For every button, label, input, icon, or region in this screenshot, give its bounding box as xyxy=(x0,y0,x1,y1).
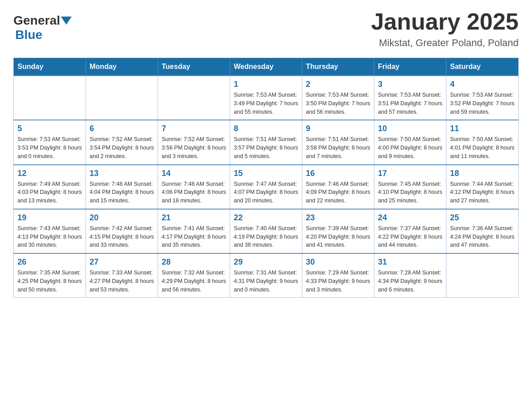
day-info: Sunrise: 7:52 AM Sunset: 3:56 PM Dayligh… xyxy=(162,135,226,160)
day-number: 16 xyxy=(306,169,370,178)
day-info: Sunrise: 7:51 AM Sunset: 3:57 PM Dayligh… xyxy=(234,135,298,160)
calendar-cell: 19Sunrise: 7:43 AM Sunset: 4:13 PM Dayli… xyxy=(14,209,86,253)
calendar-table: SundayMondayTuesdayWednesdayThursdayFrid… xyxy=(13,58,519,298)
day-info: Sunrise: 7:47 AM Sunset: 4:07 PM Dayligh… xyxy=(234,180,298,205)
day-number: 19 xyxy=(17,213,82,223)
day-info: Sunrise: 7:48 AM Sunset: 4:06 PM Dayligh… xyxy=(162,180,226,205)
calendar-cell: 5Sunrise: 7:53 AM Sunset: 3:53 PM Daylig… xyxy=(14,120,86,164)
calendar-cell: 4Sunrise: 7:53 AM Sunset: 3:52 PM Daylig… xyxy=(446,76,519,120)
calendar-cell: 7Sunrise: 7:52 AM Sunset: 3:56 PM Daylig… xyxy=(158,120,230,164)
header: General Blue January 2025 Mikstat, Great… xyxy=(13,9,519,49)
day-number: 29 xyxy=(234,257,298,267)
calendar-cell xyxy=(158,76,230,120)
day-number: 25 xyxy=(450,213,515,223)
day-number: 14 xyxy=(162,169,226,178)
calendar-cell: 23Sunrise: 7:39 AM Sunset: 4:20 PM Dayli… xyxy=(302,209,374,253)
calendar-cell: 15Sunrise: 7:47 AM Sunset: 4:07 PM Dayli… xyxy=(230,165,302,209)
day-number: 15 xyxy=(234,169,298,178)
day-info: Sunrise: 7:49 AM Sunset: 4:03 PM Dayligh… xyxy=(17,180,82,205)
day-number: 26 xyxy=(17,257,82,267)
logo-blue-text: Blue xyxy=(15,28,43,42)
day-number: 10 xyxy=(378,124,442,133)
calendar-cell: 11Sunrise: 7:50 AM Sunset: 4:01 PM Dayli… xyxy=(446,120,519,164)
day-number: 20 xyxy=(90,213,154,223)
calendar-week-row: 19Sunrise: 7:43 AM Sunset: 4:13 PM Dayli… xyxy=(14,209,519,253)
calendar-week-row: 5Sunrise: 7:53 AM Sunset: 3:53 PM Daylig… xyxy=(14,120,519,164)
day-info: Sunrise: 7:39 AM Sunset: 4:20 PM Dayligh… xyxy=(306,224,370,249)
calendar-cell xyxy=(446,253,519,298)
calendar-header-sunday: Sunday xyxy=(14,58,86,76)
calendar-cell: 16Sunrise: 7:46 AM Sunset: 4:09 PM Dayli… xyxy=(302,165,374,209)
calendar-week-row: 26Sunrise: 7:35 AM Sunset: 4:25 PM Dayli… xyxy=(14,253,519,298)
logo: General Blue xyxy=(13,13,73,42)
day-number: 1 xyxy=(234,80,298,89)
calendar-cell: 14Sunrise: 7:48 AM Sunset: 4:06 PM Dayli… xyxy=(158,165,230,209)
calendar-cell xyxy=(86,76,158,120)
day-number: 23 xyxy=(306,213,370,223)
page-subtitle: Mikstat, Greater Poland, Poland xyxy=(371,37,519,49)
day-number: 13 xyxy=(90,169,154,178)
day-info: Sunrise: 7:28 AM Sunset: 4:34 PM Dayligh… xyxy=(378,269,442,294)
day-number: 27 xyxy=(90,257,154,267)
day-info: Sunrise: 7:53 AM Sunset: 3:51 PM Dayligh… xyxy=(378,91,442,116)
calendar-header-friday: Friday xyxy=(374,58,446,76)
day-number: 8 xyxy=(234,124,298,133)
calendar-cell: 18Sunrise: 7:44 AM Sunset: 4:12 PM Dayli… xyxy=(446,165,519,209)
day-number: 6 xyxy=(90,124,154,133)
calendar-cell xyxy=(14,76,86,120)
day-number: 12 xyxy=(17,169,82,178)
day-info: Sunrise: 7:42 AM Sunset: 4:15 PM Dayligh… xyxy=(90,224,154,249)
logo-general-text: General xyxy=(13,13,60,28)
calendar-cell: 26Sunrise: 7:35 AM Sunset: 4:25 PM Dayli… xyxy=(14,253,86,298)
day-info: Sunrise: 7:41 AM Sunset: 4:17 PM Dayligh… xyxy=(162,224,226,249)
calendar-week-row: 1Sunrise: 7:53 AM Sunset: 3:49 PM Daylig… xyxy=(14,76,519,120)
page-title: January 2025 xyxy=(371,9,519,34)
calendar-header-monday: Monday xyxy=(86,58,158,76)
calendar-cell: 31Sunrise: 7:28 AM Sunset: 4:34 PM Dayli… xyxy=(374,253,446,298)
day-info: Sunrise: 7:43 AM Sunset: 4:13 PM Dayligh… xyxy=(17,224,82,249)
logo-arrow-icon xyxy=(61,17,72,25)
calendar-cell: 6Sunrise: 7:52 AM Sunset: 3:54 PM Daylig… xyxy=(86,120,158,164)
day-number: 3 xyxy=(378,80,442,89)
day-number: 18 xyxy=(450,169,515,178)
day-number: 4 xyxy=(450,80,515,89)
day-info: Sunrise: 7:53 AM Sunset: 3:52 PM Dayligh… xyxy=(450,91,515,116)
calendar-cell: 20Sunrise: 7:42 AM Sunset: 4:15 PM Dayli… xyxy=(86,209,158,253)
calendar-cell: 12Sunrise: 7:49 AM Sunset: 4:03 PM Dayli… xyxy=(14,165,86,209)
calendar-cell: 1Sunrise: 7:53 AM Sunset: 3:49 PM Daylig… xyxy=(230,76,302,120)
calendar-week-row: 12Sunrise: 7:49 AM Sunset: 4:03 PM Dayli… xyxy=(14,165,519,209)
day-info: Sunrise: 7:44 AM Sunset: 4:12 PM Dayligh… xyxy=(450,180,515,205)
day-info: Sunrise: 7:32 AM Sunset: 4:29 PM Dayligh… xyxy=(162,269,226,294)
day-info: Sunrise: 7:53 AM Sunset: 3:50 PM Dayligh… xyxy=(306,91,370,116)
day-info: Sunrise: 7:50 AM Sunset: 4:00 PM Dayligh… xyxy=(378,135,442,160)
day-info: Sunrise: 7:29 AM Sunset: 4:33 PM Dayligh… xyxy=(306,269,370,294)
day-info: Sunrise: 7:33 AM Sunset: 4:27 PM Dayligh… xyxy=(90,269,154,294)
calendar-cell: 22Sunrise: 7:40 AM Sunset: 4:19 PM Dayli… xyxy=(230,209,302,253)
calendar-cell: 10Sunrise: 7:50 AM Sunset: 4:00 PM Dayli… xyxy=(374,120,446,164)
calendar-cell: 17Sunrise: 7:45 AM Sunset: 4:10 PM Dayli… xyxy=(374,165,446,209)
day-info: Sunrise: 7:31 AM Sunset: 4:31 PM Dayligh… xyxy=(234,269,298,294)
day-info: Sunrise: 7:53 AM Sunset: 3:49 PM Dayligh… xyxy=(234,91,298,116)
day-number: 2 xyxy=(306,80,370,89)
calendar-cell: 9Sunrise: 7:51 AM Sunset: 3:58 PM Daylig… xyxy=(302,120,374,164)
calendar-header-tuesday: Tuesday xyxy=(158,58,230,76)
calendar-cell: 2Sunrise: 7:53 AM Sunset: 3:50 PM Daylig… xyxy=(302,76,374,120)
calendar-cell: 29Sunrise: 7:31 AM Sunset: 4:31 PM Dayli… xyxy=(230,253,302,298)
day-number: 28 xyxy=(162,257,226,267)
day-info: Sunrise: 7:36 AM Sunset: 4:24 PM Dayligh… xyxy=(450,224,515,249)
day-info: Sunrise: 7:46 AM Sunset: 4:09 PM Dayligh… xyxy=(306,180,370,205)
day-number: 22 xyxy=(234,213,298,223)
day-number: 17 xyxy=(378,169,442,178)
calendar-cell: 27Sunrise: 7:33 AM Sunset: 4:27 PM Dayli… xyxy=(86,253,158,298)
calendar-cell: 3Sunrise: 7:53 AM Sunset: 3:51 PM Daylig… xyxy=(374,76,446,120)
calendar-cell: 25Sunrise: 7:36 AM Sunset: 4:24 PM Dayli… xyxy=(446,209,519,253)
calendar-cell: 13Sunrise: 7:48 AM Sunset: 4:04 PM Dayli… xyxy=(86,165,158,209)
calendar-cell: 8Sunrise: 7:51 AM Sunset: 3:57 PM Daylig… xyxy=(230,120,302,164)
day-info: Sunrise: 7:40 AM Sunset: 4:19 PM Dayligh… xyxy=(234,224,298,249)
day-info: Sunrise: 7:48 AM Sunset: 4:04 PM Dayligh… xyxy=(90,180,154,205)
day-info: Sunrise: 7:37 AM Sunset: 4:22 PM Dayligh… xyxy=(378,224,442,249)
day-number: 7 xyxy=(162,124,226,133)
title-area: January 2025 Mikstat, Greater Poland, Po… xyxy=(371,9,519,49)
day-number: 21 xyxy=(162,213,226,223)
day-number: 24 xyxy=(378,213,442,223)
